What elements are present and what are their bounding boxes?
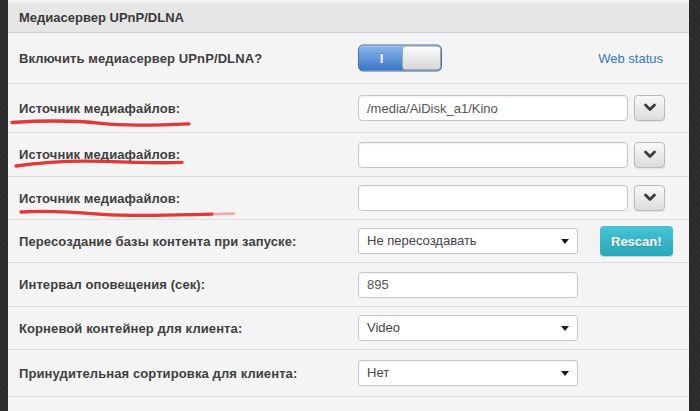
media-source-3-label: Источник медиафайлов:: [8, 191, 180, 206]
media-source-3-dropdown-button[interactable]: [634, 185, 665, 211]
enable-media-server-label: Включить медиасервер UPnP/DLNA?: [8, 51, 262, 66]
row-media-source-3: Источник медиафайлов:: [8, 177, 689, 220]
root-container-label: Корневой контейнер для клиента:: [8, 321, 242, 336]
section-header: Медиасервер UPnP/DLNA: [8, 0, 689, 33]
page-title: Медиасервер UPnP/DLNA: [19, 10, 184, 25]
web-status-link[interactable]: Web status: [598, 51, 663, 66]
triangle-down-icon: [561, 326, 569, 331]
media-server-toggle[interactable]: I: [358, 45, 442, 72]
row-enable-media-server: Включить медиасервер UPnP/DLNA? I Web st…: [8, 33, 689, 84]
media-source-3-input[interactable]: [358, 185, 628, 211]
root-container-selected-value: Video: [367, 320, 400, 335]
chevron-down-icon: [643, 103, 657, 113]
toggle-knob[interactable]: [402, 46, 441, 71]
triangle-down-icon: [561, 239, 569, 244]
triangle-down-icon: [561, 371, 569, 376]
chevron-down-icon: [643, 193, 657, 203]
rebuild-database-selected-value: Не пересоздавать: [367, 233, 477, 248]
media-source-2-input[interactable]: [358, 142, 628, 168]
row-rebuild-database: Пересоздание базы контента при запуске: …: [8, 220, 689, 263]
media-source-2-label: Источник медиафайлов:: [8, 147, 180, 162]
forced-sort-select[interactable]: Нет: [358, 360, 578, 386]
media-source-1-label: Источник медиафайлов:: [8, 101, 180, 116]
media-source-1-dropdown-button[interactable]: [634, 95, 665, 121]
media-source-1-input[interactable]: [358, 95, 628, 121]
row-media-source-2: Источник медиафайлов:: [8, 133, 689, 177]
rescan-button[interactable]: Rescan!: [600, 226, 673, 256]
forced-sort-selected-value: Нет: [367, 365, 389, 380]
notify-interval-input[interactable]: [358, 272, 578, 298]
notify-interval-label: Интервал оповещения (сек):: [8, 277, 205, 292]
row-root-container: Корневой контейнер для клиента: Video: [8, 307, 689, 350]
media-source-2-dropdown-button[interactable]: [634, 142, 665, 168]
toggle-on-label: I: [359, 46, 404, 71]
row-forced-sort: Принудительная сортировка для клиента: Н…: [8, 350, 689, 397]
rebuild-database-select[interactable]: Не пересоздавать: [358, 228, 578, 254]
root-container-select[interactable]: Video: [358, 315, 578, 341]
row-media-source-1: Источник медиафайлов:: [8, 84, 689, 133]
rebuild-database-label: Пересоздание базы контента при запуске:: [8, 234, 296, 249]
forced-sort-label: Принудительная сортировка для клиента:: [8, 366, 297, 381]
chevron-down-icon: [643, 150, 657, 160]
row-notify-interval: Интервал оповещения (сек):: [8, 263, 689, 307]
media-server-settings-panel: Медиасервер UPnP/DLNA Включить медиасерв…: [8, 0, 689, 411]
